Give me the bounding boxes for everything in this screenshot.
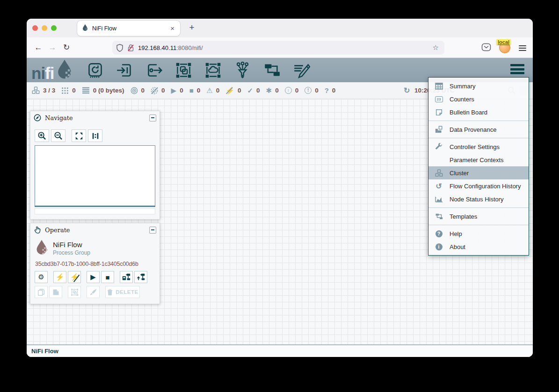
cluster-icon (434, 169, 443, 177)
refresh-icon[interactable]: ↻ (404, 86, 410, 95)
flow-name: NiFi Flow (53, 241, 90, 249)
disable-button[interactable]: ⚡ (68, 271, 81, 283)
forward-button[interactable]: → (45, 43, 59, 52)
status-value: 0 (238, 87, 241, 94)
collapse-navigate-button[interactable] (149, 114, 156, 121)
window-controls (32, 25, 57, 31)
stop-button[interactable]: ■ (101, 271, 114, 283)
menu-item-node-status-history[interactable]: Node Status History (428, 192, 529, 206)
stop-icon: ■ (105, 273, 109, 281)
delete-label: DELETE (116, 289, 138, 295)
menu-item-parameter-contexts[interactable]: Parameter Contexts (428, 153, 529, 166)
input-port-component-icon[interactable] (116, 62, 133, 79)
minimize-window-button[interactable] (42, 25, 47, 31)
breadcrumb[interactable]: NiFi Flow (31, 348, 58, 355)
enable-button[interactable]: ⚡ (53, 271, 66, 283)
running-status: ▶ 0 (171, 87, 183, 94)
pocket-icon[interactable] (481, 43, 492, 52)
status-value: 0 (197, 87, 201, 94)
browser-tab[interactable]: NiFi Flow × (77, 21, 180, 36)
container-badge: local (496, 39, 511, 45)
menu-item-cluster[interactable]: Cluster (428, 166, 529, 179)
menu-item-label: Templates (450, 213, 477, 220)
trash-icon (107, 289, 113, 296)
menu-item-label: About (450, 243, 465, 250)
remote-process-group-component-icon[interactable] (204, 62, 222, 79)
upload-template-icon (137, 273, 145, 281)
nifi-logo-fi: fi (45, 65, 54, 81)
brush-icon (89, 288, 97, 296)
url-bar[interactable]: 192.168.40.11:8080/nifi/ ☆ (112, 41, 444, 55)
menu-item-bulletin-board[interactable]: Bulletin Board (428, 106, 529, 119)
create-template-button[interactable] (120, 271, 133, 283)
wrench-icon (434, 143, 443, 150)
gear-icon: ⚙ (38, 273, 44, 281)
configuration-button[interactable]: ⚙ (35, 271, 48, 283)
reload-button[interactable]: ↻ (59, 43, 73, 52)
fill-color-button[interactable] (87, 286, 100, 298)
close-window-button[interactable] (32, 25, 38, 31)
browser-toolbar: ← → ↻ 192.168.40.11:8080/nifi/ ☆ local (27, 37, 533, 58)
zoom-actual-size-button[interactable] (88, 129, 102, 142)
processor-component-icon[interactable] (87, 62, 104, 79)
threads-icon (61, 87, 69, 94)
menu-item-controller-settings[interactable]: Controller Settings (428, 140, 529, 153)
menu-item-flow-configuration-history[interactable]: ↺ Flow Configuration History (428, 179, 529, 192)
template-component-icon[interactable] (263, 62, 281, 79)
birdseye-minimap[interactable] (35, 145, 155, 207)
zoom-in-button[interactable] (35, 129, 49, 142)
copy-icon (37, 288, 45, 296)
browser-menu-icon[interactable] (519, 44, 526, 52)
menu-item-data-provenance[interactable]: Data Provenance (428, 123, 529, 136)
funnel-component-icon[interactable] (234, 62, 251, 79)
operate-buttons-row-1: ⚙ ⚡ ⚡ ▶ ■ (30, 268, 160, 283)
global-menu-button[interactable] (510, 64, 524, 76)
tracking-shield-icon[interactable] (116, 44, 123, 52)
zoom-fit-button[interactable] (72, 129, 86, 142)
menu-item-label: Node Status History (450, 196, 504, 203)
new-tab-button[interactable]: + (186, 22, 198, 33)
component-toolbar (87, 62, 310, 79)
group-icon (71, 288, 79, 296)
url-text: 192.168.40.11:8080/nifi/ (138, 44, 433, 51)
not-transmitting-icon (151, 87, 158, 94)
menu-item-templates[interactable]: Templates (428, 210, 529, 223)
menu-item-summary[interactable]: Summary (428, 79, 529, 93)
process-group-drop-icon (35, 239, 48, 257)
sync-failure-status: ? 0 (325, 87, 336, 94)
process-group-component-icon[interactable] (175, 62, 192, 79)
stopped-status: ■ 0 (189, 87, 201, 94)
zoom-out-button[interactable] (51, 129, 65, 142)
insecure-lock-icon[interactable] (127, 44, 134, 52)
status-value: 0 (295, 87, 299, 94)
menu-item-label: Flow Configuration History (450, 183, 521, 190)
copy-button[interactable] (35, 286, 48, 298)
status-value: 0 (332, 87, 336, 94)
menu-item-counters[interactable]: 23 Counters (428, 93, 529, 106)
bookmark-star-icon[interactable]: ☆ (433, 43, 439, 52)
back-button[interactable]: ← (31, 43, 45, 52)
url-path: :8080/nifi/ (176, 44, 203, 51)
paste-button[interactable] (49, 286, 62, 298)
data-provenance-icon (434, 126, 443, 133)
collapse-operate-button[interactable] (149, 227, 156, 234)
menu-item-label: Counters (450, 96, 474, 103)
disabled-bolt-icon: ⚡ (225, 87, 234, 94)
start-button[interactable]: ▶ (87, 271, 100, 283)
check-icon: ✓ (247, 87, 253, 94)
label-component-icon[interactable] (293, 62, 310, 79)
operate-header: Operate (30, 223, 160, 236)
upload-template-button[interactable] (134, 271, 147, 283)
output-port-component-icon[interactable] (145, 62, 163, 79)
status-value: 0 (256, 87, 260, 94)
menu-item-help[interactable]: ? Help (428, 227, 529, 240)
help-icon: ? (434, 230, 443, 237)
close-tab-icon[interactable]: × (169, 24, 175, 32)
delete-button[interactable]: DELETE (105, 286, 140, 298)
menu-item-about[interactable]: i About (428, 240, 529, 253)
status-value: 0 (0 bytes) (93, 87, 124, 94)
maximize-window-button[interactable] (51, 25, 57, 31)
status-value: 0 (216, 87, 220, 94)
menu-item-label: Controller Settings (450, 143, 500, 150)
group-button[interactable] (68, 286, 81, 298)
